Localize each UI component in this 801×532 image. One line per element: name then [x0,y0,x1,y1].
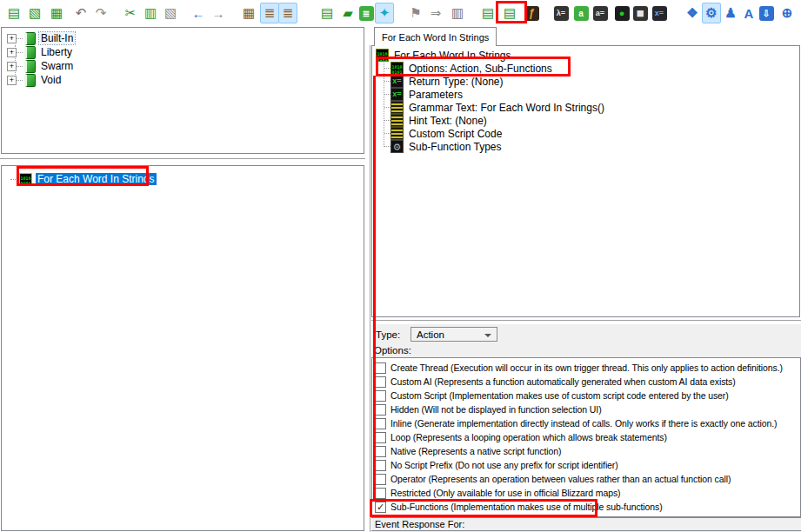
tree-item-swarm[interactable]: + Swarm [7,59,364,73]
cinematic-icon[interactable]: ▥ [448,3,467,23]
tree-item-label[interactable]: Hint Text: (None) [407,115,489,127]
checkbox[interactable] [375,390,386,402]
save-icon[interactable]: ▦ [47,3,66,23]
variable-assign-icon[interactable]: a= [591,3,610,23]
tree-item-void[interactable]: + Void [7,73,364,87]
option-custom-script[interactable]: Custom Script (Implementation makes use … [375,389,800,402]
option-inline[interactable]: Inline (Generate implementation directly… [375,416,800,430]
new-folder-icon[interactable]: ▰ [338,3,357,23]
tree-item-custom-script-code[interactable]: Custom Script Code [376,127,799,140]
goto-icon[interactable]: ⇒ [426,3,445,23]
library-book-icon [24,74,36,87]
data-module-icon[interactable]: ⚙ [702,3,721,23]
open-document-icon[interactable]: ▧ [25,3,44,23]
option-custom-ai[interactable]: Custom AI (Represents a function automat… [375,375,800,389]
function-list-panel: 10100101 For Each Word In Strings [1,165,364,531]
new-comment-icon[interactable]: ≣ [357,3,376,23]
tree-item-parameters[interactable]: x= Parameters [376,88,799,101]
forward-icon[interactable]: → [209,3,228,23]
type-dropdown-value: Action [417,329,444,340]
flag-icon[interactable]: ⚑ [406,3,425,23]
option-operator[interactable]: Operator (Represents an operation betwee… [375,472,800,486]
tree-item-label[interactable]: Grammar Text: For Each Word In Strings() [407,102,606,114]
back-icon[interactable]: ← [189,3,208,23]
record-icon[interactable]: ● [612,3,631,23]
checkbox[interactable] [375,488,386,499]
checkbox[interactable] [375,418,386,429]
type-dropdown[interactable]: Action [411,327,497,342]
checkbox[interactable] [375,376,386,388]
annotation-box-function-item [17,166,149,186]
tree-item-grammar-text[interactable]: Grammar Text: For Each Word In Strings() [376,101,799,114]
option-label: Hidden (Will not be displayed in functio… [390,404,602,415]
tree-item-label[interactable]: Parameters [407,89,464,101]
right-panel-border [370,45,370,532]
trigger-list-view-icon[interactable]: ≣ [260,3,279,23]
tree-item-sub-function-types[interactable]: ⚙ Sub-Function Types [376,140,799,153]
annotation-connector-line [373,76,376,501]
tree-item-built-in[interactable]: + Built-In [7,31,364,45]
tree-item-label[interactable]: Return Type: (None) [407,76,505,88]
option-create-thread[interactable]: Create Thread (Execution will occur in i… [375,361,800,375]
preset-table-icon[interactable]: ▦ [631,3,650,23]
option-label: Inline (Generate implementation directly… [390,418,777,429]
new-document-icon[interactable]: ▤ [4,3,23,23]
text-module-icon[interactable]: A [739,3,758,23]
tree-item-label[interactable]: Built-In [39,32,75,44]
option-restricted[interactable]: Restricted (Only available for use in of… [375,486,800,500]
text-lines-icon [390,114,404,127]
text-lines-icon [390,101,404,114]
tree-item-label[interactable]: Swarm [39,60,75,72]
unit-module-icon[interactable]: ♟ [721,3,740,23]
expand-icon[interactable]: + [7,76,17,85]
tree-item-label[interactable]: Void [39,74,63,86]
redo-icon[interactable]: ↷ [91,3,110,23]
checkbox[interactable] [375,432,386,443]
main-toolbar: ▤ ▧ ▦ ↶ ↷ ✂ ▥ ▧ ← → ▦ ≣ ≣ ▤ ▰ ≣ ✦ ⚑ ⇒ ▥ … [0,0,801,26]
variable-icon[interactable]: a [571,3,591,23]
new-event-icon[interactable]: ✦ [375,3,394,23]
x-assign-icon[interactable]: x= [650,3,669,23]
checkbox[interactable] [375,446,386,457]
checkbox[interactable] [375,362,386,374]
option-no-script-prefix[interactable]: No Script Prefix (Do not use any prefix … [375,458,800,472]
checkbox[interactable] [375,404,386,416]
new-action-icon[interactable]: ▤ [478,3,497,23]
checkbox[interactable] [375,474,386,485]
horizontal-splitter[interactable] [0,158,365,161]
tree-item-hint-text[interactable]: Hint Text: (None) [376,114,799,127]
option-loop[interactable]: Loop (Represents a looping operation whi… [375,430,800,444]
import-module-icon[interactable]: ⇩ [757,3,776,23]
expand-icon[interactable]: + [7,34,17,43]
locale-icon[interactable]: ⊕ [778,3,797,23]
cut-icon[interactable]: ✂ [121,3,140,23]
tree-item-label[interactable]: Custom Script Code [407,128,504,140]
function-definition-tree-panel: 10100101 For Each Word In Strings 101001… [371,45,800,317]
horizontal-splitter[interactable] [371,320,801,323]
new-document-element-icon[interactable]: ▤ [317,3,337,23]
lambda-definition-icon[interactable]: λ= [551,3,571,23]
tree-item-liberty[interactable]: + Liberty [7,45,364,59]
expand-icon[interactable]: + [7,48,17,57]
tree-item-label[interactable]: Sub-Function Types [407,141,504,153]
variable-type-icon: x= [390,88,404,101]
checkbox[interactable] [375,460,386,471]
chevron-down-icon [484,334,491,337]
text-lines-icon [390,127,404,140]
paste-icon[interactable]: ▧ [161,3,180,23]
trigger-detail-view-icon[interactable]: ≣ [278,3,297,23]
option-native[interactable]: Native (Represents a native script funct… [375,444,800,458]
option-hidden[interactable]: Hidden (Will not be displayed in functio… [375,402,800,416]
copy-icon[interactable]: ▥ [141,3,160,23]
undo-icon[interactable]: ↶ [71,3,90,23]
tab-for-each-word-in-strings[interactable]: For Each Word In Strings [374,27,497,46]
option-label: Operator (Represents an operation betwee… [390,474,731,484]
tree-item-label[interactable]: Liberty [39,46,74,58]
event-response-section-header: Event Response For: [371,517,801,531]
trigger-module-icon[interactable]: ▦ [239,3,258,23]
library-tree-panel: + Built-In + Liberty + Swarm + Void [1,27,364,154]
expand-icon[interactable]: + [7,62,17,71]
library-book-icon [24,32,36,45]
tree-item-return-type[interactable]: x= Return Type: (None) [376,75,799,88]
terrain-module-icon[interactable]: ❖ [683,3,702,23]
